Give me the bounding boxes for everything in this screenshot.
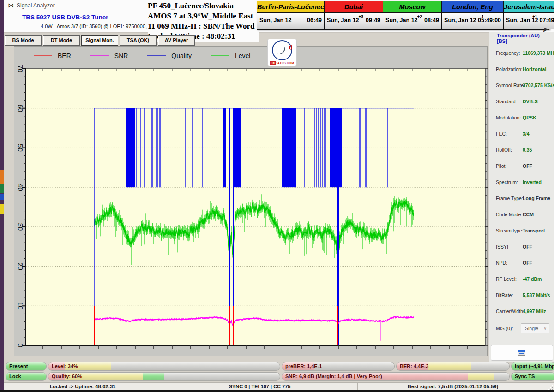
transponder-value: CCM: [523, 212, 534, 217]
world-clocks-widget: Berlin-Paris-LučenecSun, Jan 1206:49Duba…: [257, 1, 549, 30]
transponder-value: 0.35: [523, 147, 532, 153]
clock-city: Moscow: [383, 1, 441, 13]
transponder-label: Frequency:: [496, 50, 520, 56]
clock-moscow: MoscowSun, Jan 12+208:49: [383, 1, 442, 29]
window-title: Signal Analyzer: [17, 2, 55, 9]
toolbar-button-av-player[interactable]: AV Player: [158, 35, 195, 46]
background-window-edge: [0, 0, 4, 392]
clock-body: Sun, Jan 12+309:49: [325, 13, 383, 29]
bar-ber: BER: 4,4E-3: [396, 362, 510, 371]
transponder-row-bitrate-: BitRate:5,537 Mbit/s: [491, 292, 553, 302]
transponder-label: Symbol Rate:: [496, 83, 525, 88]
transponder-label: NPD:: [496, 260, 507, 266]
y-axis-label: 60: [17, 104, 24, 112]
resize-grip[interactable]: [548, 383, 554, 391]
toolbar-button-tsa-ok-[interactable]: TSA (OK): [120, 35, 157, 46]
mis-value: Single: [525, 326, 538, 331]
transponder-value: 3/4: [523, 131, 530, 137]
note-line: AMOS 7 at 3,9°W_Middle East: [148, 11, 259, 21]
transponder-row-stream-type-: Stream type:Transport: [491, 228, 553, 237]
transponder-label: Standard:: [496, 99, 517, 104]
clock-london-eng: London, EngSun, Jan 12-105:49:00: [442, 1, 504, 29]
clock-body: Sun, Jan 12-105:49:00: [442, 13, 503, 29]
window-button-icon: [518, 350, 525, 356]
transponder-label: Frame Type:: [496, 196, 523, 201]
screen-bottom-edge: [0, 390, 554, 392]
transponder-row-symbol-rate-: Symbol Rate:3702,575 KS/s: [491, 83, 553, 92]
mis-dropdown[interactable]: Single∨: [521, 323, 549, 333]
logo-dish-icon: [272, 40, 292, 60]
bar-snr: SNR: 6,9 dB (Margin: 1,4 dB | Very Poor): [282, 372, 510, 381]
transponder-value: Transport: [523, 228, 545, 233]
status-best-signal: Best signal: 7,5 dB (2025-01-12 05:59): [358, 383, 548, 391]
bar-level: Level: 34%: [48, 362, 280, 371]
signal-monitor-chart-panel: BERSNRQualityLevel 010203040506070 DXSAT…: [14, 46, 488, 356]
clock-time: 07:49: [540, 17, 554, 24]
transponder-value: 3702,575 KS/s: [523, 83, 554, 88]
clock-date: Sun, Jan 12: [444, 17, 476, 24]
clock-body: Sun, Jan 1206:49: [257, 13, 324, 29]
clock-city: Berlin-Paris-Lučenec: [257, 1, 324, 13]
transponder-row-rolloff-: RollOff:0.35: [491, 147, 553, 156]
transponder-value: DVB-S: [523, 99, 538, 104]
clock-date: Sun, Jan 12: [327, 17, 359, 24]
transponder-label: Stream type:: [496, 228, 524, 233]
background-chip: [0, 194, 4, 200]
transponder-value: Inverted: [523, 179, 542, 185]
tuner-name: TBS 5927 USB DVB-S2 Tuner: [22, 14, 108, 21]
transponder-label: Polarization:: [496, 66, 523, 72]
transponder-row-code-mode-: Code Mode:CCM: [491, 212, 553, 221]
bar-syncts: Sync TS: [511, 372, 554, 381]
toolbar-button-dt-mode[interactable]: DT Mode: [43, 35, 80, 46]
transponder-groupbox: Transponder (AU) [BS] Frequency:11069,37…: [491, 36, 553, 341]
background-chip: [0, 184, 4, 193]
transponder-row-frame-type-: Frame Type:Long Frame: [491, 196, 553, 205]
legend-label: Level: [235, 52, 250, 59]
legend-line-swatch: [90, 55, 109, 56]
bar-present: Present: [6, 362, 47, 371]
chart-legend: BERSNRQualityLevel: [14, 47, 487, 65]
clock-body: Sun, Jan 12+208:49: [383, 13, 441, 29]
note-line: 11 069 MHz-H : SBN/The Word: [148, 21, 259, 31]
clock-time: 09:49: [366, 17, 380, 24]
transponder-label: FEC:: [496, 131, 507, 137]
clock-utc-offset: +1: [532, 14, 537, 19]
transponder-label: Pilot:: [496, 163, 506, 169]
transponder-value: -47 dBm: [523, 276, 542, 282]
transponder-label: Modulation:: [496, 115, 521, 120]
legend-line-swatch: [34, 55, 52, 56]
monitor-bars-row2: LockQuality: 60%SNR: 6,9 dB (Margin: 1,4…: [6, 372, 554, 381]
transponder-value: QPSK: [523, 115, 536, 120]
transponder-row-polarization-: Polarization:Horizontal: [491, 66, 553, 76]
clock-berlin-paris-lu-enec: Berlin-Paris-LučenecSun, Jan 1206:49: [257, 1, 325, 29]
bar-lock: Lock: [6, 372, 47, 381]
clock-date: Sun, Jan 12: [385, 17, 417, 24]
transponder-row-standard-: Standard:DVB-S: [491, 99, 553, 108]
transponder-label: RollOff:: [496, 147, 512, 153]
transponder-value: OFF: [523, 260, 532, 266]
show-window-button[interactable]: [491, 345, 553, 361]
transponder-row-mis: MIS (0):Single∨: [491, 326, 553, 335]
clock-utc-offset: +3: [359, 14, 363, 19]
legend-item-ber: BER: [34, 52, 71, 59]
legend-line-swatch: [147, 55, 166, 56]
toolbar-button-signal-mon-[interactable]: Signal Mon.: [81, 35, 118, 46]
y-axis-label: 10: [17, 302, 24, 310]
transponder-value: 4,997 MHz: [523, 309, 546, 314]
y-axis-label: 20: [17, 262, 24, 270]
transponder-label: CarrierWidth:: [496, 309, 524, 314]
note-line: PF 450_Lučenec/Slovakia: [148, 1, 259, 11]
transponder-row-frequency-: Frequency:11069,373 MHz: [491, 50, 553, 59]
transponder-value: Horizontal: [523, 66, 546, 72]
transponder-title: Transponder (AU) [BS]: [495, 33, 553, 44]
legend-item-level: Level: [211, 52, 250, 59]
transponder-row-npd-: NPD:OFF: [491, 260, 553, 269]
transponder-label: ISSYI: [496, 244, 508, 249]
bar-quality: Quality: 60%: [48, 372, 280, 381]
toolbar-button-bs-mode[interactable]: BS Mode: [5, 35, 42, 46]
status-bar: Locked -> Uptime: 48:02:31 SYNC 0 | TEI …: [4, 382, 554, 391]
transponder-row-pilot-: Pilot:OFF: [491, 163, 553, 172]
bar-input: Input (~4,91 Mbps): [511, 362, 554, 371]
status-uptime: Locked -> Uptime: 48:02:31: [4, 383, 162, 391]
legend-label: BER: [58, 52, 71, 59]
